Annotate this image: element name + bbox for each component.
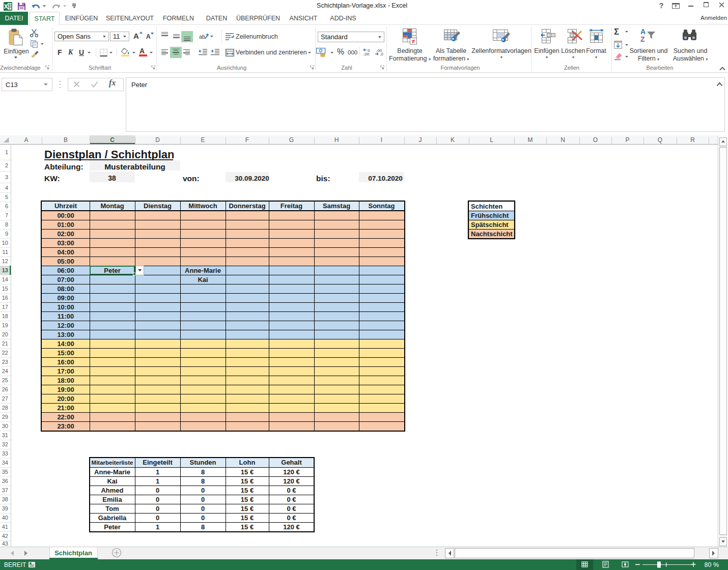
svg-text:13:00: 13:00: [57, 331, 74, 338]
svg-text:23:00: 23:00: [57, 422, 74, 430]
svg-text:19:00: 19:00: [57, 386, 74, 393]
svg-text:0: 0: [201, 514, 205, 522]
svg-text:D: D: [155, 136, 160, 144]
svg-text:1: 1: [156, 477, 159, 485]
svg-text:14:00: 14:00: [57, 340, 74, 348]
svg-text:0: 0: [156, 514, 159, 522]
svg-text:Lohn: Lohn: [239, 459, 256, 466]
svg-text:Z: Z: [640, 35, 645, 43]
svg-text:19: 19: [2, 322, 8, 328]
svg-text:Nachtschicht: Nachtschicht: [471, 230, 513, 238]
svg-text:A: A: [640, 27, 646, 36]
svg-text:15 €: 15 €: [241, 514, 254, 522]
svg-text:Sonntag: Sonntag: [369, 202, 395, 210]
svg-text:38: 38: [2, 496, 8, 502]
svg-text:1: 1: [5, 149, 8, 155]
svg-text:15: 15: [2, 286, 8, 292]
svg-text:42: 42: [2, 533, 8, 539]
svg-text:P: P: [625, 136, 629, 144]
svg-text:Donnerstag: Donnerstag: [229, 202, 265, 210]
svg-text:15 €: 15 €: [241, 523, 254, 531]
svg-text:,00: ,00: [363, 52, 370, 56]
svg-text:N: N: [561, 136, 565, 144]
svg-text:Anne-Marie: Anne-Marie: [185, 267, 221, 274]
svg-text:15 €: 15 €: [241, 496, 254, 503]
svg-text:0: 0: [156, 505, 159, 512]
svg-text:Tom: Tom: [105, 505, 119, 512]
svg-text:C: C: [110, 136, 115, 144]
svg-text:1: 1: [156, 523, 159, 531]
svg-text:Montag: Montag: [100, 202, 124, 210]
svg-text:03:00: 03:00: [57, 239, 74, 247]
svg-text:8: 8: [201, 477, 205, 485]
svg-text:6: 6: [5, 203, 8, 209]
svg-text:Eingeteilt: Eingeteilt: [143, 459, 173, 466]
svg-text:17:00: 17:00: [57, 367, 74, 375]
svg-text:Gabriella: Gabriella: [98, 514, 127, 522]
svg-text:20:00: 20:00: [57, 395, 74, 403]
svg-text:0: 0: [201, 505, 205, 512]
svg-text:12:00: 12:00: [57, 322, 74, 329]
svg-text:Kai: Kai: [107, 477, 117, 485]
svg-text:0: 0: [156, 487, 159, 494]
svg-text:80 %: 80 %: [705, 561, 719, 568]
svg-text:A: A: [24, 136, 28, 144]
svg-text:24: 24: [2, 368, 8, 374]
svg-text:8: 8: [201, 468, 205, 476]
svg-text:14: 14: [2, 276, 8, 282]
svg-text:37: 37: [2, 487, 8, 493]
svg-text:Emilia: Emilia: [102, 496, 122, 503]
svg-text:32: 32: [2, 441, 8, 447]
svg-text:36: 36: [2, 478, 8, 484]
svg-text:0 €: 0 €: [287, 487, 296, 494]
svg-text:40: 40: [2, 515, 8, 521]
svg-text:B: B: [64, 136, 68, 144]
svg-text:Spätschicht: Spätschicht: [471, 221, 509, 229]
svg-text:13: 13: [2, 267, 8, 273]
svg-text:Peter: Peter: [104, 267, 121, 274]
svg-text:29: 29: [2, 414, 8, 420]
svg-text:4: 4: [5, 185, 8, 191]
svg-text:05:00: 05:00: [57, 258, 74, 265]
svg-text:17: 17: [2, 304, 8, 310]
svg-text:33: 33: [2, 450, 8, 457]
svg-text:38: 38: [108, 174, 116, 182]
svg-text:31: 31: [2, 432, 8, 438]
svg-text:18:00: 18:00: [57, 377, 74, 384]
svg-text:J: J: [419, 136, 422, 144]
svg-text:2: 2: [5, 162, 8, 168]
svg-text:G: G: [289, 136, 294, 144]
svg-text:21: 21: [2, 340, 8, 347]
svg-text:26: 26: [2, 386, 8, 392]
svg-text:3: 3: [5, 174, 8, 180]
svg-text:43: 43: [2, 540, 8, 547]
svg-text:7: 7: [5, 212, 8, 218]
svg-text:von:: von:: [183, 174, 200, 183]
svg-text:8: 8: [5, 221, 8, 227]
svg-text:07:00: 07:00: [57, 276, 74, 283]
svg-text:15 €: 15 €: [241, 505, 254, 512]
svg-text:Dienstag: Dienstag: [144, 202, 172, 210]
svg-text:01:00: 01:00: [57, 221, 74, 229]
svg-text:Abteilung:: Abteilung:: [44, 162, 83, 171]
svg-text:bis:: bis:: [316, 174, 330, 183]
svg-text:Frühschicht: Frühschicht: [471, 212, 509, 219]
svg-text:09:00: 09:00: [57, 294, 74, 302]
svg-text:11:00: 11:00: [58, 312, 74, 320]
svg-text:12: 12: [2, 258, 8, 264]
svg-text:H: H: [334, 136, 339, 144]
svg-text:20: 20: [2, 331, 8, 337]
svg-text:0: 0: [201, 487, 205, 494]
svg-text:≠: ≠: [412, 38, 415, 45]
svg-text:22:00: 22:00: [57, 413, 74, 421]
svg-text:25: 25: [2, 377, 8, 383]
svg-text:Kai: Kai: [198, 276, 208, 283]
svg-text:KW:: KW:: [44, 174, 60, 183]
svg-text:Dienstplan / Schichtplan: Dienstplan / Schichtplan: [44, 148, 174, 161]
svg-text:Anne-Marie: Anne-Marie: [94, 468, 130, 476]
svg-text:34: 34: [2, 460, 8, 466]
svg-text:15:00: 15:00: [57, 349, 74, 357]
svg-text:27: 27: [2, 395, 8, 402]
svg-text:Stunden: Stunden: [190, 459, 216, 466]
svg-text:30: 30: [2, 423, 8, 429]
